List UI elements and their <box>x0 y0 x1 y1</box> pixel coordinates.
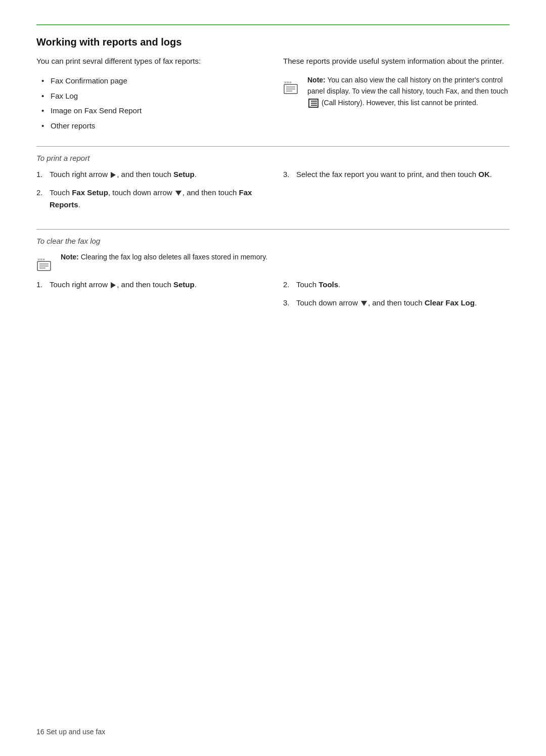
step-2b: 2. Touch Tools. <box>283 279 510 291</box>
step-text: Touch right arrow , and then touch Setup… <box>50 168 263 181</box>
note2-text: Note: Clearing the fax log also deletes … <box>61 251 267 262</box>
step-1b: 1. Touch right arrow , and then touch Se… <box>36 279 263 291</box>
bullet-list: Fax Confirmation page Fax Log Image on F… <box>41 74 263 132</box>
step-num: 2. <box>36 187 46 211</box>
intro-right-text: These reports provide useful system info… <box>283 55 510 67</box>
note2-body: Clearing the fax log also deletes all fa… <box>79 253 267 261</box>
note2-label: Note: <box>61 253 79 261</box>
step-text: Touch down arrow , and then touch Clear … <box>296 297 510 309</box>
step-num: 1. <box>36 168 46 181</box>
call-history-icon <box>308 99 318 108</box>
step-3: 3. Select the fax report you want to pri… <box>283 168 510 181</box>
steps-col-left-2: 1. Touch right arrow , and then touch Se… <box>36 279 263 315</box>
top-rule <box>36 24 510 25</box>
arrow-right-icon <box>111 172 116 178</box>
list-item: Image on Fax Send Report <box>41 104 263 117</box>
step-num: 2. <box>283 279 292 291</box>
step-text: Touch right arrow , and then touch Setup… <box>50 279 263 291</box>
step-num: 3. <box>283 297 292 309</box>
note-block-2: »»» Note: Clearing the fax log also dele… <box>36 251 510 272</box>
note-label: Note: <box>307 76 326 84</box>
subsection2-steps: 1. Touch right arrow , and then touch Se… <box>36 279 510 315</box>
steps-col-right-2: 2. Touch Tools. 3. Touch down arrow , an… <box>283 279 510 315</box>
section-title: Working with reports and logs <box>36 36 510 48</box>
bold-clear-fax-log: Clear Fax Log <box>425 298 475 307</box>
note-icon-2: »»» <box>36 252 56 272</box>
arrow-down-icon <box>175 191 181 196</box>
intro-right-col: These reports provide useful system info… <box>283 55 510 134</box>
svg-text:»»»: »»» <box>284 79 292 84</box>
subsection2-title: To clear the fax log <box>36 237 510 245</box>
list-item: Fax Confirmation page <box>41 74 263 87</box>
section-rule-1 <box>36 146 510 147</box>
note-body: You can also view the call history on th… <box>307 76 508 107</box>
step-1: 1. Touch right arrow , and then touch Se… <box>36 168 263 181</box>
bold-ok: OK <box>478 170 490 179</box>
steps-col-right-1: 3. Select the fax report you want to pri… <box>283 168 510 217</box>
arrow-right-icon-2 <box>111 282 116 288</box>
intro-section: You can print sevral different types of … <box>36 55 510 134</box>
intro-left-text: You can print sevral different types of … <box>36 55 263 67</box>
section-rule-2 <box>36 229 510 230</box>
bold-setup: Setup <box>173 170 195 179</box>
note-block-right: »»» Note: You can also view the call his… <box>283 74 510 108</box>
list-item: Fax Log <box>41 90 263 103</box>
step-text: Select the fax report you want to print,… <box>296 168 510 181</box>
step-num: 1. <box>36 279 46 291</box>
steps-col-left-1: 1. Touch right arrow , and then touch Se… <box>36 168 263 217</box>
note-right-text: Note: You can also view the call history… <box>307 74 510 108</box>
bold-fax-setup: Fax Setup <box>72 188 108 197</box>
bold-tools: Tools <box>318 280 338 289</box>
page-container: Working with reports and logs You can pr… <box>0 0 546 349</box>
list-item: Other reports <box>41 119 263 132</box>
arrow-down-icon-2 <box>361 301 367 306</box>
svg-text:»»»: »»» <box>37 256 45 261</box>
subsection1-title: To print a report <box>36 154 510 162</box>
step-text: Touch Tools. <box>296 279 510 291</box>
step-3b: 3. Touch down arrow , and then touch Cle… <box>283 297 510 309</box>
page-footer: 16 Set up and use fax <box>36 728 105 736</box>
step-text: Touch Fax Setup, touch down arrow , and … <box>50 187 263 211</box>
subsection1-steps: 1. Touch right arrow , and then touch Se… <box>36 168 510 217</box>
step-2: 2. Touch Fax Setup, touch down arrow , a… <box>36 187 263 211</box>
intro-left-col: You can print sevral different types of … <box>36 55 263 134</box>
note-icon: »»» <box>283 75 302 95</box>
step-num: 3. <box>283 168 292 181</box>
bold-setup-2: Setup <box>173 280 195 289</box>
